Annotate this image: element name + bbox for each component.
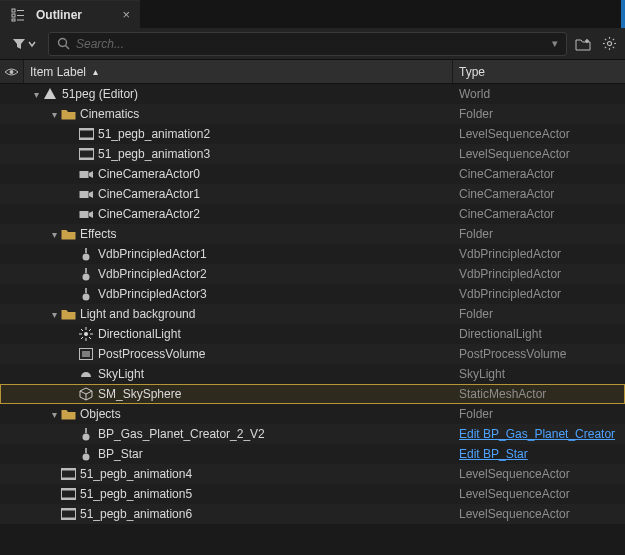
type-cell: PostProcessVolume [453,344,625,364]
svg-line-51 [80,391,86,394]
tree-row[interactable]: PostProcessVolumePostProcessVolume [0,344,625,364]
tree-row[interactable]: VdbPrincipledActor2VdbPrincipledActor [0,264,625,284]
tree-row[interactable]: ▾Light and backgroundFolder [0,304,625,324]
type-cell: LevelSequenceActor [453,464,625,484]
svg-line-7 [66,46,70,50]
search-input[interactable] [76,37,546,51]
sequence-icon [60,506,76,522]
tab-outliner[interactable]: Outliner × [0,0,140,28]
tree-row[interactable]: 51_pegb_animation3LevelSequenceActor [0,144,625,164]
type-cell: LevelSequenceActor [453,144,625,164]
item-column-header[interactable]: Item Label ▴ [24,60,453,83]
row-label: DirectionalLight [98,327,181,341]
tree-row[interactable]: VdbPrincipledActor1VdbPrincipledActor [0,244,625,264]
tree-row[interactable]: SkyLightSkyLight [0,364,625,384]
outliner-tree[interactable]: ▾51peg (Editor)World▾CinematicsFolder51_… [0,84,625,524]
tree-row[interactable]: CineCameraActor2CineCameraActor [0,204,625,224]
item-cell[interactable]: PostProcessVolume [24,344,453,364]
disclosure-triangle[interactable]: ▾ [48,409,60,420]
chevron-down-icon[interactable]: ▾ [552,37,558,50]
item-cell[interactable]: VdbPrincipledActor1 [24,244,453,264]
type-cell: Folder [453,404,625,424]
svg-rect-55 [85,428,87,433]
settings-button[interactable] [599,34,619,54]
close-icon[interactable]: × [122,7,130,22]
tree-row[interactable]: ▾EffectsFolder [0,224,625,244]
svg-point-39 [84,332,88,336]
type-cell: LevelSequenceActor [453,504,625,524]
row-label: BP_Star [98,447,143,461]
type-cell: CineCameraActor [453,184,625,204]
item-cell[interactable]: CineCameraActor0 [24,164,453,184]
type-cell: CineCameraActor [453,164,625,184]
disclosure-triangle[interactable]: ▾ [48,109,60,120]
svg-rect-27 [79,171,88,178]
item-cell[interactable]: ▾Cinematics [24,104,453,124]
disclosure-triangle[interactable]: ▾ [48,229,60,240]
folder-icon [60,406,76,422]
svg-point-33 [83,254,90,261]
tree-row[interactable]: CineCameraActor0CineCameraActor [0,164,625,184]
item-column-label: Item Label [30,65,86,79]
svg-point-6 [59,39,67,47]
type-column-header[interactable]: Type [453,60,625,83]
row-label: VdbPrincipledActor3 [98,287,207,301]
tree-row[interactable]: 51_pegb_animation5LevelSequenceActor [0,484,625,504]
filter-button[interactable] [6,33,42,55]
visibility-column-header[interactable] [0,60,24,83]
item-cell[interactable]: CineCameraActor1 [24,184,453,204]
item-cell[interactable]: 51_pegb_animation6 [24,504,453,524]
item-cell[interactable]: ▾Objects [24,404,453,424]
tree-row[interactable]: 51_pegb_animation2LevelSequenceActor [0,124,625,144]
add-folder-button[interactable] [573,34,593,54]
tree-row[interactable]: BP_Gas_Planet_Creator_2_V2Edit BP_Gas_Pl… [0,424,625,444]
sequence-icon [60,486,76,502]
bp-icon [78,446,94,462]
item-cell[interactable]: CineCameraActor2 [24,204,453,224]
tree-row[interactable]: BP_StarEdit BP_Star [0,444,625,464]
item-cell[interactable]: DirectionalLight [24,324,453,344]
tree-row[interactable]: ▾ObjectsFolder [0,404,625,424]
item-cell[interactable]: SM_SkySphere [24,384,453,404]
svg-rect-34 [85,248,87,253]
item-cell[interactable]: SkyLight [24,364,453,384]
tree-row[interactable]: 51_pegb_animation4LevelSequenceActor [0,464,625,484]
item-cell[interactable]: VdbPrincipledActor3 [24,284,453,304]
tree-row[interactable]: 51_pegb_animation6LevelSequenceActor [0,504,625,524]
tree-row[interactable]: CineCameraActor1CineCameraActor [0,184,625,204]
camera-icon [78,206,94,222]
row-label: CineCameraActor2 [98,207,200,221]
tree-row[interactable]: ▾CinematicsFolder [0,104,625,124]
search-field[interactable]: ▾ [48,32,567,56]
svg-rect-63 [61,498,75,500]
item-cell[interactable]: 51_pegb_animation5 [24,484,453,504]
svg-rect-57 [85,448,87,453]
type-cell: VdbPrincipledActor [453,244,625,264]
tree-row[interactable]: SM_SkySphereStaticMeshActor [0,384,625,404]
tree-row[interactable]: DirectionalLightDirectionalLight [0,324,625,344]
disclosure-triangle[interactable]: ▾ [30,89,42,100]
svg-line-44 [81,329,83,331]
item-cell[interactable]: BP_Gas_Planet_Creator_2_V2 [24,424,453,444]
type-cell[interactable]: Edit BP_Star [453,444,625,464]
item-cell[interactable]: ▾Light and background [24,304,453,324]
item-cell[interactable]: 51_pegb_animation3 [24,144,453,164]
svg-rect-60 [61,478,75,480]
svg-point-35 [83,274,90,281]
svg-point-56 [83,454,90,461]
item-cell[interactable]: VdbPrincipledActor2 [24,264,453,284]
type-cell[interactable]: Edit BP_Gas_Planet_Creator [453,424,625,444]
tree-row[interactable]: VdbPrincipledActor3VdbPrincipledActor [0,284,625,304]
bp-icon [78,426,94,442]
item-cell[interactable]: ▾51peg (Editor) [24,84,453,104]
sort-asc-icon: ▴ [93,66,98,77]
tree-row[interactable]: ▾51peg (Editor)World [0,84,625,104]
sequence-icon [78,126,94,142]
item-cell[interactable]: ▾Effects [24,224,453,244]
item-cell[interactable]: BP_Star [24,444,453,464]
svg-rect-25 [79,149,93,151]
item-cell[interactable]: 51_pegb_animation2 [24,124,453,144]
item-cell[interactable]: 51_pegb_animation4 [24,464,453,484]
disclosure-triangle[interactable]: ▾ [48,309,60,320]
svg-rect-22 [79,129,93,131]
